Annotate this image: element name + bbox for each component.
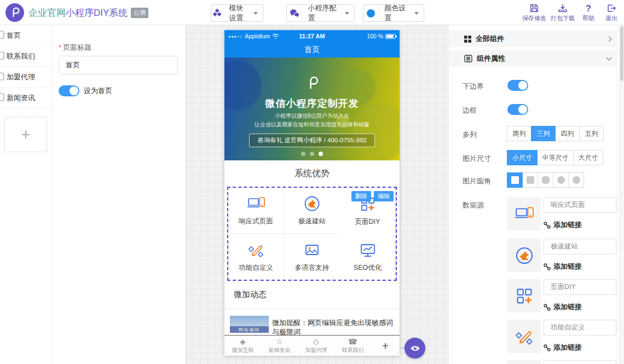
save-button[interactable]: 保存修改 <box>520 3 548 22</box>
battery-percent: 100 % <box>367 33 383 39</box>
chevron-down-icon <box>345 12 349 15</box>
chevron-down-icon <box>253 12 258 15</box>
corner-option-2[interactable] <box>538 172 553 188</box>
datasource-title-input[interactable] <box>544 320 616 336</box>
component-properties-header[interactable]: 组件属性 <box>449 50 617 67</box>
add-link-button[interactable]: 添加链接 <box>544 220 616 230</box>
chevron-right-icon <box>606 36 612 42</box>
advantage-label: 极速建站 <box>298 217 326 226</box>
corner-option-4[interactable] <box>568 172 584 188</box>
set-home-label: 设为首页 <box>84 86 112 96</box>
carousel-dot-active[interactable] <box>319 152 323 156</box>
image-size-small-selected[interactable]: 小尺寸 <box>507 150 538 165</box>
columns-option-4[interactable]: 四列 <box>555 126 580 141</box>
bottom-border-toggle[interactable] <box>507 80 528 91</box>
banner-subline1: 小程序以微信8亿用户为切入点 <box>224 112 400 120</box>
help-button[interactable]: ? 帮助 <box>577 3 600 22</box>
page-title-input[interactable] <box>59 56 178 74</box>
advantage-item[interactable]: 极速建站 <box>284 188 340 234</box>
columns-option-5[interactable]: 五列 <box>579 126 604 141</box>
tab-contact[interactable]: ☎ 联系我们 <box>334 338 371 354</box>
image-size-large[interactable]: 大尺寸 <box>573 150 603 165</box>
datasource-iconbox <box>507 360 541 364</box>
page-doc-icon <box>0 31 4 41</box>
scrollbar-thumb[interactable] <box>620 26 623 81</box>
add-link-button[interactable]: 添加链接 <box>544 343 616 353</box>
help-icon: ? <box>586 3 591 13</box>
tab-weijia[interactable]: ◈ 微加互联 <box>224 338 261 354</box>
sidebar-item-news[interactable]: 新闻资讯 <box>0 88 51 108</box>
download-button[interactable]: 打包下载 <box>548 3 577 22</box>
page-doc-icon <box>0 72 4 82</box>
puzzle-icon <box>303 195 321 212</box>
image-size-label: 图片尺寸 <box>463 154 491 164</box>
edit-component-button[interactable]: 编辑 <box>374 191 394 201</box>
sidebar-item-label: 联系我们 <box>7 51 35 61</box>
datasource-title-input[interactable] <box>544 279 616 295</box>
advantage-label: SEO优化 <box>354 263 382 273</box>
news-thumb-caption: 网站编辑 <box>230 326 269 333</box>
inspector-scrollbar[interactable] <box>620 25 624 364</box>
tab-agent[interactable]: ◇ 加盟代理 <box>298 338 334 354</box>
advantage-label: 响应式页面 <box>239 217 273 226</box>
page-title-label: *页面标题 <box>59 43 91 53</box>
required-mark: * <box>59 43 61 51</box>
banner-headline: 微信小程序定制开发 <box>224 97 400 110</box>
puzzle-icon <box>507 239 541 272</box>
grid-icon <box>464 36 471 43</box>
advantages-grid-selected[interactable]: 删除 编辑 响应式页面 极速建站 页面DIY 功能自定义 <box>227 187 397 281</box>
logo-p-icon <box>9 7 21 19</box>
color-settings-label: 颜色设置 <box>379 3 414 23</box>
tab-news[interactable]: ☆ 新闻资讯 <box>261 338 298 354</box>
border-toggle[interactable] <box>507 104 528 115</box>
tabbar-add-button[interactable]: + <box>371 339 400 353</box>
advantage-item[interactable]: 多语言支持 <box>284 234 340 280</box>
tab-label: 联系我们 <box>342 346 364 354</box>
banner-cta-button[interactable]: 咨询有礼 送官网小程序 / 400-0755-992 <box>249 134 374 147</box>
corner-option-1[interactable] <box>522 172 538 188</box>
datasource-title-input[interactable] <box>544 197 616 213</box>
advantage-label: 功能自定义 <box>239 263 273 273</box>
corner-option-3[interactable] <box>553 172 569 188</box>
columns-option-2[interactable]: 两列 <box>507 126 531 141</box>
advantage-item[interactable]: 功能自定义 <box>228 234 284 280</box>
monitor-chart-icon <box>359 241 377 259</box>
set-home-toggle[interactable] <box>59 85 79 96</box>
carousel-dot[interactable] <box>310 152 314 156</box>
columns-label: 多列 <box>463 130 477 140</box>
plus-icon: + <box>21 125 31 144</box>
color-settings-menu[interactable]: 颜色设置 <box>363 4 424 22</box>
datasource-title-input[interactable] <box>544 239 616 255</box>
advantage-item[interactable]: 响应式页面 <box>228 188 284 234</box>
sidebar-item-agent[interactable]: 加盟代理 <box>0 67 51 88</box>
image-size-medium[interactable]: 中等尺寸 <box>537 150 574 165</box>
star-icon: ☆ <box>276 338 283 346</box>
add-link-button[interactable]: 添加链接 <box>544 302 616 312</box>
all-components-header[interactable]: 全部组件 <box>449 31 617 47</box>
save-icon <box>529 3 539 13</box>
news-thumbnail: 网站编辑 <box>230 316 269 333</box>
carousel-dots <box>224 152 400 156</box>
columns-segmented-control: 两列 三列 四列 五列 <box>507 126 604 141</box>
phone-tabbar: ◈ 微加互联 ☆ 新闻资讯 ◇ 加盟代理 ☎ 联系我们 + <box>224 335 400 356</box>
sidebar-item-contact[interactable]: 联系我们 <box>0 46 51 67</box>
module-settings-menu[interactable]: 模块设置 <box>211 4 263 22</box>
add-link-button[interactable]: 添加链接 <box>544 262 616 271</box>
pencil-icon <box>247 241 265 259</box>
preview-eye-button[interactable] <box>405 338 425 359</box>
sidebar-item-home[interactable]: 首页 <box>0 25 51 46</box>
tab-label: 微加互联 <box>232 346 254 354</box>
datasource-title-input[interactable] <box>544 360 616 364</box>
add-page-button[interactable]: + <box>4 117 47 152</box>
carousel-dot[interactable] <box>301 152 305 156</box>
miniapp-config-menu[interactable]: 小程序配置 <box>286 4 355 22</box>
columns-option-3-selected[interactable]: 三列 <box>531 126 556 141</box>
corner-option-0-selected[interactable] <box>507 172 523 188</box>
selection-actions: 删除 编辑 <box>351 191 394 201</box>
list-icon <box>464 55 472 62</box>
delete-component-button[interactable]: 删除 <box>351 191 371 201</box>
news-article-title: 微加提醒：网页编辑应避免出现敏感词 与极限词 <box>272 318 395 337</box>
advantage-item[interactable]: SEO优化 <box>340 234 396 280</box>
hero-banner[interactable]: 微信小程序定制开发 小程序以微信8亿用户为切入点 让企业以及商家在短时间里实现提… <box>224 57 400 160</box>
exit-button[interactable]: 退出 <box>600 3 623 22</box>
